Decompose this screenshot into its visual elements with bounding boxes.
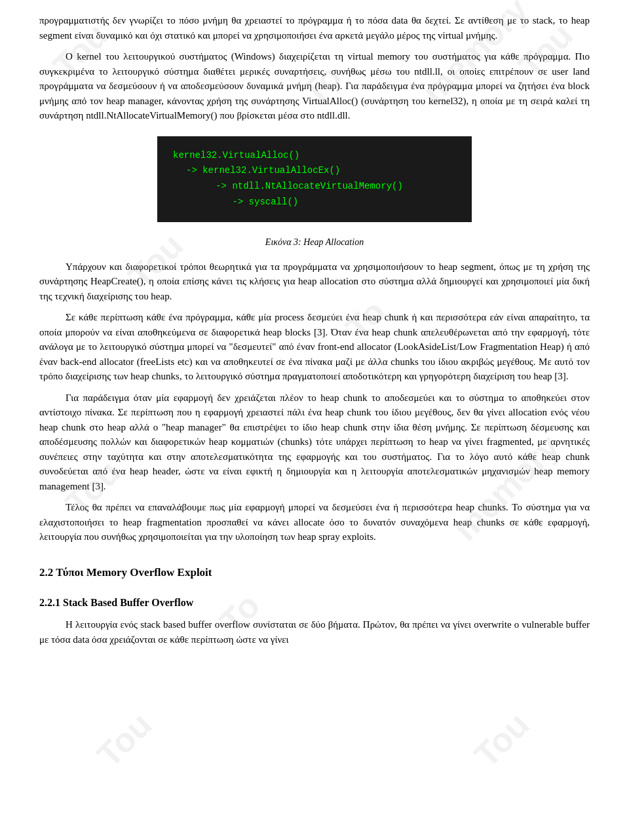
- figure-caption: Εικόνα 3: Heap Allocation: [39, 235, 590, 249]
- page-content: προγραμματιστής δεν γνωρίζει το πόσο μνή…: [39, 13, 590, 647]
- code-block-container: kernel32.VirtualAlloc()-> kernel32.Virtu…: [39, 136, 590, 249]
- paragraph-4: Σε κάθε περίπτωση κάθε ένα πρόγραμμα, κά…: [39, 310, 590, 384]
- code-line-4: -> syscall(): [173, 195, 456, 210]
- subsection-heading: 2.2.1 Stack Based Buffer Overflow: [39, 595, 590, 611]
- paragraph-1: προγραμματιστής δεν γνωρίζει το πόσο μνή…: [39, 13, 590, 43]
- code-block: kernel32.VirtualAlloc()-> kernel32.Virtu…: [157, 136, 472, 222]
- paragraph-6: Τέλος θα πρέπει να επαναλάβουμε πως μία …: [39, 500, 590, 544]
- paragraph-5: Για παράδειγμα όταν μία εφαρμογή δεν χρε…: [39, 391, 590, 494]
- paragraph-7: Η λειτουργία ενός stack based buffer ove…: [39, 617, 590, 647]
- section-heading: 2.2 Τύποι Memory Overflow Exploit: [39, 564, 590, 581]
- code-line-1: kernel32.VirtualAlloc(): [173, 148, 456, 164]
- code-line-3: -> ntdll.NtAllocateVirtualMemory(): [173, 179, 456, 195]
- code-line-2: -> kernel32.VirtualAllocEx(): [173, 163, 456, 179]
- paragraph-2: Ο kernel του λειτουργικού συστήματος (Wi…: [39, 49, 590, 123]
- paragraph-3: Υπάρχουν και διαφορετικοί τρόποι θεωρητι…: [39, 259, 590, 304]
